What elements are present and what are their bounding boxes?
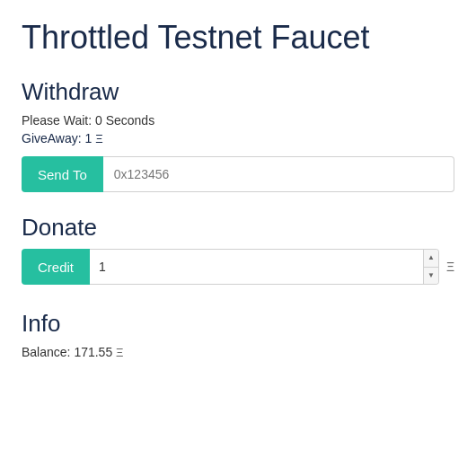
- balance-label: Balance:: [22, 345, 70, 359]
- status-text: Please Wait: 0 Seconds: [22, 113, 454, 128]
- withdraw-section: Withdraw Please Wait: 0 Seconds GiveAway…: [22, 78, 454, 192]
- donate-row: Credit ▲ ▼ Ξ: [22, 249, 454, 285]
- giveaway-eth-symbol: Ξ: [95, 132, 102, 145]
- address-input[interactable]: [103, 156, 454, 192]
- giveaway-value: 1: [85, 131, 93, 145]
- donate-section-title: Donate: [22, 214, 454, 242]
- amount-input-wrapper: ▲ ▼: [90, 249, 439, 285]
- spinner-up-button[interactable]: ▲: [424, 250, 438, 268]
- status-label: Please Wait:: [22, 113, 92, 128]
- page-title: Throttled Testnet Faucet: [22, 18, 454, 57]
- giveaway-text: GiveAway: 1 Ξ: [22, 131, 454, 145]
- donate-eth-symbol: Ξ: [446, 260, 454, 274]
- balance-value: 171.55: [74, 345, 112, 359]
- credit-button[interactable]: Credit: [22, 249, 90, 285]
- withdraw-section-title: Withdraw: [22, 78, 454, 106]
- balance-text: Balance: 171.55 Ξ: [22, 345, 454, 359]
- giveaway-label: GiveAway:: [22, 131, 82, 145]
- info-section: Info Balance: 171.55 Ξ: [22, 310, 454, 359]
- status-value: 0 Seconds: [95, 113, 154, 128]
- amount-input[interactable]: [90, 250, 423, 284]
- send-to-row: Send To: [22, 156, 454, 192]
- donate-section: Donate Credit ▲ ▼ Ξ: [22, 214, 454, 285]
- info-section-title: Info: [22, 310, 454, 338]
- send-to-button[interactable]: Send To: [22, 156, 103, 192]
- balance-eth-symbol: Ξ: [116, 346, 123, 359]
- spinner-buttons: ▲ ▼: [423, 250, 438, 284]
- spinner-down-button[interactable]: ▼: [424, 268, 438, 285]
